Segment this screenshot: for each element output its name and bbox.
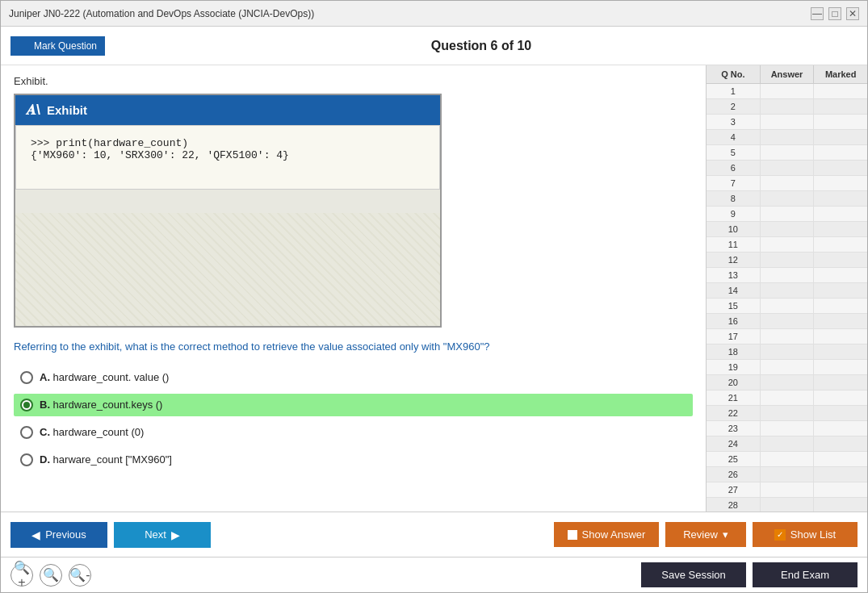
sidebar-row[interactable]: 17 bbox=[707, 329, 867, 345]
sidebar-answer bbox=[761, 115, 815, 129]
sidebar-qno: 6 bbox=[707, 161, 761, 175]
sidebar-qno: 11 bbox=[707, 237, 761, 252]
zoom-out-button[interactable]: 🔍- bbox=[69, 564, 91, 587]
sidebar-row[interactable]: 10 bbox=[707, 222, 867, 237]
exhibit-logo: 𝑨\ bbox=[27, 102, 40, 119]
sidebar-row[interactable]: 21 bbox=[707, 390, 867, 406]
sidebar-qno: 3 bbox=[707, 115, 761, 129]
sidebar-row[interactable]: 16 bbox=[707, 314, 867, 329]
sidebar-marked bbox=[814, 436, 867, 451]
save-session-button[interactable]: Save Session bbox=[641, 562, 746, 587]
sidebar-answer bbox=[761, 176, 815, 190]
sidebar-answer bbox=[761, 237, 815, 252]
sidebar-row[interactable]: 6 bbox=[707, 161, 867, 176]
sidebar-row[interactable]: 9 bbox=[707, 207, 867, 222]
sidebar-answer bbox=[761, 283, 815, 298]
sidebar-marked bbox=[814, 390, 867, 405]
sidebar-row[interactable]: 12 bbox=[707, 253, 867, 268]
sidebar-marked bbox=[814, 314, 867, 328]
show-list-icon bbox=[774, 529, 786, 541]
exhibit-title: Exhibit bbox=[47, 103, 87, 117]
sidebar-answer bbox=[761, 436, 815, 451]
sidebar-marked bbox=[814, 176, 867, 190]
sidebar-row[interactable]: 5 bbox=[707, 145, 867, 161]
sidebar-marked bbox=[814, 329, 867, 344]
previous-button[interactable]: ◀ Previous bbox=[10, 522, 107, 548]
sidebar-answer bbox=[761, 191, 815, 206]
review-button[interactable]: Review ▾ bbox=[665, 522, 746, 547]
sidebar-row[interactable]: 20 bbox=[707, 375, 867, 390]
show-answer-button[interactable]: Show Answer bbox=[554, 522, 659, 547]
sidebar-row[interactable]: 27 bbox=[707, 482, 867, 498]
next-button[interactable]: Next ▶ bbox=[114, 522, 211, 548]
exhibit-background bbox=[15, 213, 440, 326]
sidebar-answer bbox=[761, 207, 815, 221]
sidebar-row[interactable]: 11 bbox=[707, 237, 867, 253]
bottom-bar: ◀ Previous Next ▶ Show Answer Review ▾ S… bbox=[1, 512, 867, 557]
sidebar-row[interactable]: 23 bbox=[707, 421, 867, 436]
option-d[interactable]: D. harware_count ["MX960"] bbox=[14, 449, 693, 471]
sidebar-marked bbox=[814, 115, 867, 129]
sidebar-row[interactable]: 14 bbox=[707, 283, 867, 299]
sidebar-qno: 28 bbox=[707, 498, 761, 512]
sidebar-row[interactable]: 26 bbox=[707, 467, 867, 482]
sidebar-answer bbox=[761, 222, 815, 236]
main-content: Exhibit. 𝑨\ Exhibit >>> print(hardware_c… bbox=[1, 65, 867, 512]
prev-arrow-icon: ◀ bbox=[31, 528, 40, 541]
sidebar-row[interactable]: 15 bbox=[707, 299, 867, 314]
sidebar-answer bbox=[761, 253, 815, 267]
option-b-radio[interactable] bbox=[20, 399, 33, 411]
sidebar-row[interactable]: 24 bbox=[707, 436, 867, 452]
maximize-button[interactable]: □ bbox=[828, 7, 841, 20]
sidebar-row[interactable]: 18 bbox=[707, 345, 867, 360]
sidebar-row[interactable]: 7 bbox=[707, 176, 867, 191]
end-exam-button[interactable]: End Exam bbox=[753, 562, 858, 587]
option-a[interactable]: A. hardware_count. value () bbox=[14, 366, 693, 389]
sidebar-row[interactable]: 19 bbox=[707, 360, 867, 375]
sidebar-qno: 10 bbox=[707, 222, 761, 236]
sidebar-answer bbox=[761, 130, 815, 144]
window-controls: — □ ✕ bbox=[811, 7, 859, 20]
col-qno: Q No. bbox=[707, 65, 761, 83]
sidebar-row[interactable]: 1 bbox=[707, 84, 867, 99]
sidebar-row[interactable]: 2 bbox=[707, 99, 867, 115]
next-label: Next bbox=[145, 528, 166, 541]
option-a-radio[interactable] bbox=[20, 371, 33, 384]
sidebar-qno: 17 bbox=[707, 329, 761, 344]
mark-button-label: Mark Question bbox=[34, 40, 97, 52]
sidebar-qno: 7 bbox=[707, 176, 761, 190]
sidebar-marked bbox=[814, 498, 867, 512]
sidebar-row[interactable]: 13 bbox=[707, 268, 867, 283]
zoom-reset-button[interactable]: 🔍 bbox=[40, 564, 62, 587]
show-list-button[interactable]: Show List bbox=[753, 522, 858, 547]
sidebar-row[interactable]: 8 bbox=[707, 191, 867, 207]
sidebar-marked bbox=[814, 283, 867, 298]
mark-question-button[interactable]: Mark Question bbox=[10, 36, 105, 56]
sidebar-row[interactable]: 22 bbox=[707, 406, 867, 421]
col-answer: Answer bbox=[761, 65, 815, 83]
save-session-label: Save Session bbox=[661, 569, 726, 581]
sidebar-row[interactable]: 28 bbox=[707, 498, 867, 512]
option-d-radio[interactable] bbox=[20, 453, 33, 466]
option-c-radio[interactable] bbox=[20, 426, 33, 439]
sidebar-row[interactable]: 25 bbox=[707, 452, 867, 467]
close-button[interactable]: ✕ bbox=[846, 7, 859, 20]
col-marked: Marked bbox=[814, 65, 867, 83]
sidebar-qno: 5 bbox=[707, 145, 761, 160]
sidebar-rows[interactable]: 1 2 3 4 5 6 7 8 bbox=[707, 84, 867, 512]
sidebar-row[interactable]: 4 bbox=[707, 130, 867, 145]
minimize-button[interactable]: — bbox=[811, 7, 824, 20]
sidebar-qno: 15 bbox=[707, 299, 761, 313]
option-c[interactable]: C. hardware_count (0) bbox=[14, 421, 693, 444]
option-b[interactable]: B. hardware_count.keys () bbox=[14, 394, 693, 416]
sidebar-row[interactable]: 3 bbox=[707, 115, 867, 130]
zoom-in-button[interactable]: 🔍+ bbox=[10, 564, 33, 587]
window-title: Juniper JN0-222 (Automation and DevOps A… bbox=[9, 8, 314, 19]
sidebar-answer bbox=[761, 452, 815, 466]
sidebar-qno: 9 bbox=[707, 207, 761, 221]
sidebar-marked bbox=[814, 360, 867, 374]
sidebar-marked bbox=[814, 130, 867, 144]
mark-icon bbox=[19, 40, 30, 52]
sidebar-marked bbox=[814, 207, 867, 221]
sidebar-answer bbox=[761, 390, 815, 405]
